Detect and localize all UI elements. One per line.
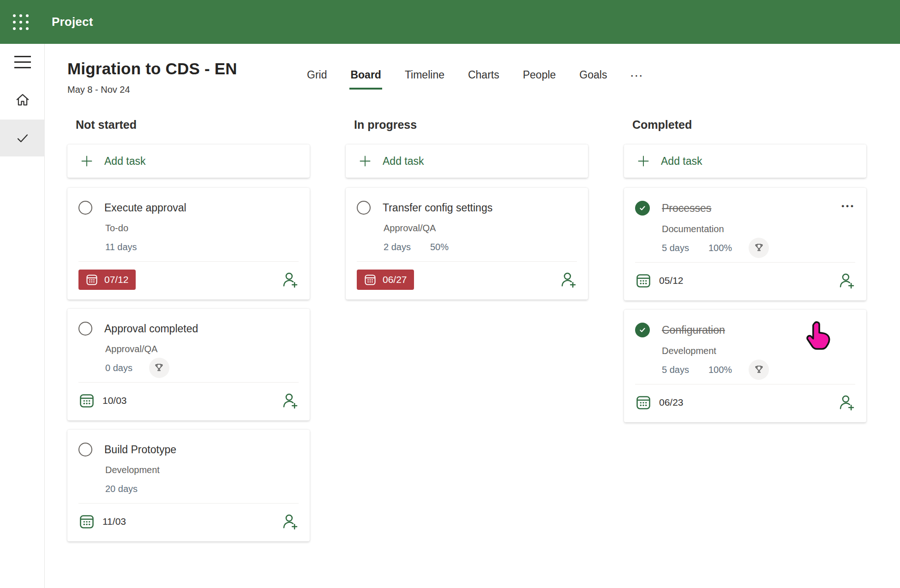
- task-progress: 100%: [708, 365, 732, 375]
- assign-person-button[interactable]: [838, 394, 855, 411]
- person-add-icon: [281, 271, 299, 288]
- person-add-icon: [838, 272, 855, 289]
- task-card[interactable]: Approval completedApproval/QA0 days10/03: [67, 309, 310, 420]
- task-card[interactable]: Transfer config settingsApproval/QA2 day…: [346, 188, 588, 300]
- task-bucket: Approval/QA: [105, 344, 299, 354]
- add-task-label: Add task: [661, 155, 702, 168]
- calendar-icon: [364, 273, 377, 286]
- tab-timeline[interactable]: Timeline: [404, 66, 445, 90]
- task-duration: 11 days: [105, 242, 137, 252]
- sidebar-item-home[interactable]: [0, 84, 45, 116]
- kanban-board: Not startedAdd taskExecute approvalTo-do…: [67, 118, 900, 551]
- project-date-range: May 8 - Nov 24: [67, 84, 277, 95]
- task-card[interactable]: ConfigurationDevelopment5 days100%06/23: [624, 310, 866, 422]
- card-menu-button[interactable]: •••: [841, 202, 855, 211]
- task-duration: 5 days: [662, 243, 689, 253]
- add-task-label: Add task: [383, 155, 424, 168]
- task-bucket: Development: [662, 346, 855, 356]
- view-tabs: GridBoardTimelineChartsPeopleGoals...: [306, 66, 645, 90]
- due-date-badge-late: 06/27: [357, 270, 414, 290]
- task-duration: 5 days: [662, 365, 689, 375]
- add-task-button[interactable]: Add task: [624, 144, 866, 178]
- column-header: Completed: [624, 118, 866, 132]
- task-card[interactable]: Execute approvalTo-do11 days07/12: [67, 188, 310, 300]
- tab-people[interactable]: People: [522, 66, 557, 90]
- assign-person-button[interactable]: [281, 271, 299, 288]
- person-add-icon: [559, 271, 577, 288]
- task-title: Configuration: [662, 324, 725, 336]
- plus-icon: [637, 155, 650, 168]
- assign-person-button[interactable]: [281, 392, 299, 409]
- calendar-icon: [78, 513, 95, 530]
- assign-person-button[interactable]: [281, 513, 299, 530]
- waffle-icon[interactable]: [10, 12, 31, 33]
- plus-icon: [80, 155, 93, 168]
- tab-goals[interactable]: Goals: [578, 66, 608, 90]
- person-add-icon: [838, 394, 855, 411]
- person-add-icon: [281, 513, 299, 530]
- page-header: Migration to CDS - EN May 8 - Nov 24 Gri…: [67, 60, 900, 95]
- add-task-button[interactable]: Add task: [346, 144, 588, 178]
- task-title: Build Prototype: [104, 444, 176, 456]
- person-add-icon: [281, 392, 299, 409]
- task-completed-check-icon[interactable]: [635, 323, 650, 337]
- task-bucket: Development: [105, 465, 299, 475]
- task-completed-check-icon[interactable]: [635, 201, 650, 216]
- calendar-icon: [635, 394, 652, 411]
- plus-icon: [359, 155, 372, 168]
- task-title: Transfer config settings: [383, 202, 492, 214]
- page-title: Migration to CDS - EN: [67, 60, 277, 78]
- task-duration: 0 days: [105, 363, 132, 373]
- board-column-in-progress: In progressAdd taskTransfer config setti…: [346, 118, 588, 551]
- task-card[interactable]: Processes•••Documentation5 days100%05/12: [624, 188, 866, 300]
- board-column-completed: CompletedAdd taskProcesses•••Documentati…: [624, 118, 866, 551]
- task-title: Execute approval: [104, 202, 186, 214]
- tab-board[interactable]: Board: [349, 66, 382, 90]
- calendar-icon: [635, 272, 652, 289]
- due-date-badge-late: 07/12: [78, 270, 136, 290]
- calendar-icon: [78, 392, 95, 409]
- assign-person-button[interactable]: [838, 272, 855, 289]
- task-complete-radio[interactable]: [78, 443, 92, 456]
- due-date: 10/03: [78, 392, 127, 409]
- main-content: Migration to CDS - EN May 8 - Nov 24 Gri…: [45, 44, 900, 588]
- task-duration: 2 days: [384, 242, 411, 252]
- trophy-icon: [149, 358, 169, 378]
- task-progress: 100%: [708, 243, 732, 253]
- left-sidebar: [0, 44, 45, 588]
- tab-overflow[interactable]: ...: [630, 66, 645, 90]
- due-date: 06/23: [635, 394, 684, 411]
- hamburger-menu-button[interactable]: [0, 48, 45, 75]
- task-bucket: To-do: [105, 223, 299, 234]
- add-task-button[interactable]: Add task: [67, 144, 310, 178]
- task-bucket: Approval/QA: [384, 223, 577, 234]
- board-column-not-started: Not startedAdd taskExecute approvalTo-do…: [67, 118, 310, 551]
- add-task-label: Add task: [104, 155, 146, 168]
- task-complete-radio[interactable]: [78, 322, 92, 336]
- sidebar-item-tasks-selected[interactable]: [0, 120, 45, 156]
- app-name: Project: [52, 15, 93, 29]
- task-duration: 20 days: [105, 484, 138, 494]
- due-date: 05/12: [635, 272, 684, 289]
- home-icon: [15, 92, 30, 108]
- checkmark-icon: [15, 131, 30, 145]
- trophy-icon: [749, 238, 769, 258]
- task-progress: 50%: [430, 242, 449, 252]
- task-bucket: Documentation: [662, 224, 855, 234]
- task-complete-radio[interactable]: [357, 201, 371, 215]
- assign-person-button[interactable]: [559, 271, 577, 288]
- app-top-bar: Project: [0, 0, 900, 44]
- task-title: Processes: [662, 202, 711, 215]
- task-complete-radio[interactable]: [78, 201, 92, 215]
- due-date: 11/03: [78, 513, 126, 530]
- calendar-icon: [85, 273, 98, 286]
- tab-grid[interactable]: Grid: [306, 66, 328, 90]
- column-header: In progress: [346, 118, 588, 132]
- tab-charts[interactable]: Charts: [467, 66, 500, 90]
- column-header: Not started: [67, 118, 310, 132]
- task-card[interactable]: Build PrototypeDevelopment20 days11/03: [67, 430, 310, 541]
- trophy-icon: [749, 360, 769, 380]
- task-title: Approval completed: [104, 323, 198, 335]
